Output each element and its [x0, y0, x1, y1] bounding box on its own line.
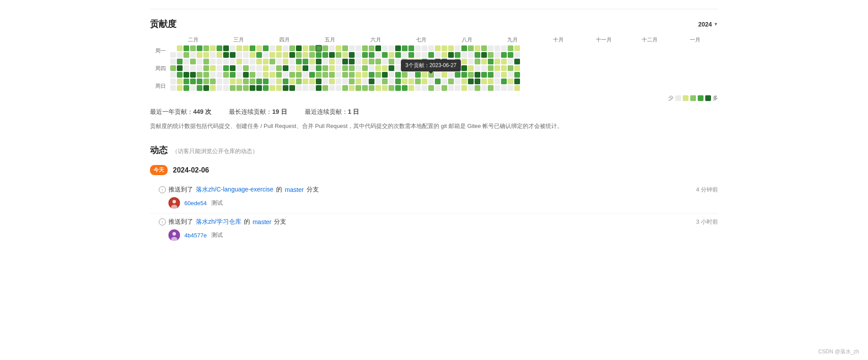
calendar-cell[interactable] — [269, 85, 275, 91]
calendar-cell[interactable] — [210, 45, 216, 51]
calendar-cell[interactable] — [170, 59, 176, 64]
calendar-cell[interactable] — [375, 45, 381, 51]
calendar-cell[interactable] — [455, 52, 460, 58]
calendar-cell[interactable] — [342, 59, 348, 64]
calendar-cell[interactable] — [408, 72, 414, 78]
calendar-cell[interactable] — [475, 52, 480, 58]
calendar-cell[interactable] — [243, 85, 249, 91]
calendar-cell[interactable] — [342, 45, 348, 51]
calendar-cell[interactable] — [468, 52, 474, 58]
calendar-cell[interactable] — [263, 59, 269, 64]
calendar-cell[interactable] — [362, 59, 368, 64]
calendar-cell[interactable] — [289, 79, 295, 84]
calendar-cell[interactable] — [514, 52, 520, 58]
calendar-cell[interactable] — [428, 59, 434, 64]
calendar-cell[interactable] — [170, 72, 176, 78]
calendar-cell[interactable] — [217, 85, 222, 91]
calendar-cell[interactable] — [422, 65, 427, 71]
calendar-cell[interactable] — [362, 65, 368, 71]
calendar-cell[interactable] — [494, 79, 500, 84]
calendar-cell[interactable] — [322, 79, 328, 84]
calendar-cell[interactable] — [508, 85, 513, 91]
calendar-cell[interactable] — [309, 79, 315, 84]
calendar-cell[interactable] — [408, 79, 414, 84]
calendar-cell[interactable] — [402, 72, 408, 78]
calendar-cell[interactable] — [468, 59, 474, 64]
calendar-cell[interactable] — [183, 52, 189, 58]
calendar-cell[interactable] — [369, 65, 374, 71]
calendar-cell[interactable] — [289, 85, 295, 91]
calendar-cell[interactable] — [375, 59, 381, 64]
calendar-cell[interactable] — [455, 45, 460, 51]
calendar-cell[interactable] — [263, 72, 269, 78]
calendar-cell[interactable] — [230, 65, 236, 71]
calendar-cell[interactable] — [389, 72, 394, 78]
calendar-cell[interactable] — [210, 59, 216, 64]
calendar-cell[interactable] — [342, 72, 348, 78]
calendar-cell[interactable] — [303, 45, 308, 51]
calendar-cell[interactable] — [402, 65, 408, 71]
calendar-cell[interactable] — [223, 72, 229, 78]
calendar-cell[interactable] — [303, 65, 308, 71]
calendar-cell[interactable] — [408, 59, 414, 64]
calendar-cell[interactable] — [435, 59, 441, 64]
calendar-cell[interactable] — [488, 72, 494, 78]
calendar-cell[interactable] — [395, 85, 401, 91]
calendar-cell[interactable] — [355, 45, 361, 51]
push-branch-link-2[interactable]: master — [253, 218, 272, 225]
calendar-cell[interactable] — [375, 52, 381, 58]
calendar-cell[interactable] — [481, 65, 487, 71]
calendar-cell[interactable] — [210, 72, 216, 78]
calendar-cell[interactable] — [468, 79, 474, 84]
calendar-cell[interactable] — [230, 45, 236, 51]
calendar-cell[interactable] — [329, 59, 335, 64]
calendar-cell[interactable] — [283, 85, 288, 91]
calendar-cell[interactable] — [488, 85, 494, 91]
calendar-cell[interactable] — [475, 85, 480, 91]
calendar-cell[interactable] — [283, 79, 288, 84]
calendar-cell[interactable] — [170, 85, 176, 91]
calendar-cell[interactable] — [283, 65, 288, 71]
calendar-cell[interactable] — [197, 85, 202, 91]
calendar-cell[interactable] — [342, 79, 348, 84]
calendar-cell[interactable] — [355, 52, 361, 58]
calendar-cell[interactable] — [514, 72, 520, 78]
calendar-cell[interactable] — [448, 45, 454, 51]
calendar-cell[interactable] — [435, 65, 441, 71]
push-repo-link-1[interactable]: 落水zh/C-language-exercise — [196, 186, 273, 194]
calendar-cell[interactable] — [382, 72, 388, 78]
calendar-cell[interactable] — [494, 52, 500, 58]
calendar-cell[interactable] — [256, 45, 262, 51]
calendar-cell[interactable] — [362, 52, 368, 58]
calendar-cell[interactable] — [269, 52, 275, 58]
calendar-cell[interactable] — [481, 59, 487, 64]
calendar-cell[interactable] — [250, 85, 255, 91]
calendar-cell[interactable] — [508, 65, 513, 71]
calendar-cell[interactable] — [461, 65, 467, 71]
calendar-cell[interactable] — [243, 52, 249, 58]
calendar-cell[interactable] — [428, 45, 434, 51]
calendar-cell[interactable] — [402, 52, 408, 58]
calendar-cell[interactable] — [355, 79, 361, 84]
calendar-cell[interactable] — [435, 52, 441, 58]
calendar-cell[interactable] — [355, 85, 361, 91]
calendar-cell[interactable] — [203, 45, 209, 51]
calendar-cell[interactable] — [508, 79, 513, 84]
calendar-cell[interactable] — [177, 72, 183, 78]
calendar-cell[interactable] — [501, 79, 507, 84]
calendar-cell[interactable] — [428, 72, 434, 78]
calendar-cell[interactable] — [197, 52, 202, 58]
calendar-cell[interactable] — [514, 79, 520, 84]
calendar-cell[interactable] — [210, 52, 216, 58]
calendar-cell[interactable] — [329, 65, 335, 71]
calendar-cell[interactable] — [375, 85, 381, 91]
calendar-cell[interactable] — [316, 59, 322, 64]
calendar-cell[interactable] — [223, 59, 229, 64]
calendar-cell[interactable] — [256, 65, 262, 71]
calendar-cell[interactable] — [375, 79, 381, 84]
calendar-cell[interactable] — [230, 52, 236, 58]
calendar-cell[interactable] — [322, 45, 328, 51]
calendar-cell[interactable] — [336, 59, 341, 64]
calendar-cell[interactable] — [501, 65, 507, 71]
calendar-cell[interactable] — [256, 85, 262, 91]
